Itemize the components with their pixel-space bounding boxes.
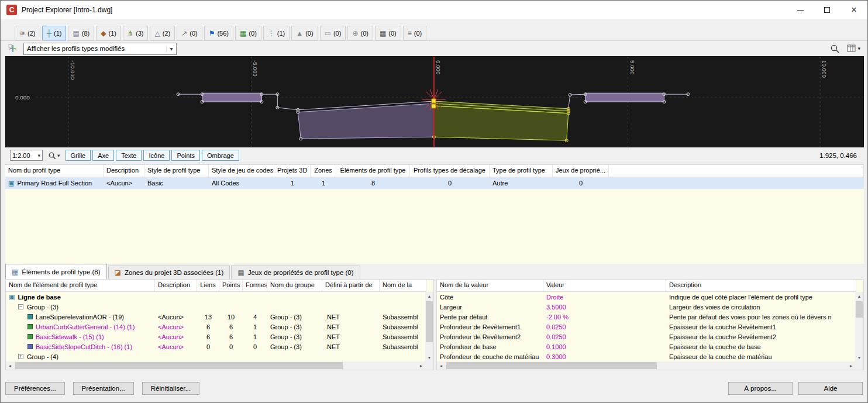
column-header[interactable]: Défini à partir de bbox=[322, 280, 380, 291]
scrollbar-thumb[interactable] bbox=[15, 362, 343, 369]
column-header[interactable]: Description bbox=[104, 165, 144, 177]
icon-toggle[interactable]: Icône bbox=[143, 150, 170, 161]
table-row[interactable]: ▣Primary Road Full Section<Aucun>BasicAl… bbox=[5, 177, 864, 189]
value: Droite bbox=[543, 292, 666, 302]
scrollbar-thumb[interactable] bbox=[856, 301, 863, 318]
close-button[interactable]: × bbox=[841, 1, 867, 19]
points-toggle[interactable]: Points bbox=[171, 150, 200, 161]
grid-toggle[interactable]: Grille bbox=[66, 150, 91, 161]
object-tab-sample-lines[interactable]: ⋮(1) bbox=[263, 26, 290, 40]
title-bar: C Project Explorer [Intro-1.dwg] × bbox=[1, 1, 867, 19]
column-header[interactable]: Nom de l'élément de profil type bbox=[6, 280, 155, 291]
column-header[interactable]: Éléments de profil type bbox=[336, 165, 410, 177]
horizontal-scrollbar[interactable]: ◄ ► bbox=[437, 361, 855, 370]
tab-elements[interactable]: ▦Éléments de profil type (8) bbox=[5, 264, 107, 279]
maximize-button[interactable] bbox=[814, 1, 841, 19]
column-header[interactable]: Formes bbox=[243, 280, 267, 291]
display-filter-dropdown[interactable]: Afficher les profils types modifiés ▾ bbox=[23, 43, 177, 55]
object-tab-tables[interactable]: ▦(0) bbox=[375, 26, 401, 40]
preferences-button[interactable]: Préférences... bbox=[5, 382, 65, 395]
object-tab-pressure-networks[interactable]: △(2) bbox=[150, 26, 175, 40]
view-toolbar: 1:2.00 ▾ ▾ GrilleAxeTexteIcônePointsOmbr… bbox=[5, 148, 864, 163]
table-row[interactable]: LaneSuperelevationAOR - (19)<Aucun>13104… bbox=[6, 312, 426, 322]
scroll-up-button[interactable]: ▲ bbox=[425, 292, 433, 300]
column-header[interactable]: Points bbox=[219, 280, 243, 291]
help-button[interactable]: Aide bbox=[798, 382, 863, 395]
column-header[interactable]: Nom de la bbox=[380, 280, 426, 291]
table-row[interactable]: +Group - (4) bbox=[6, 352, 426, 361]
left-side-geometry bbox=[178, 93, 434, 139]
object-tab-pipe-networks[interactable]: ⋔(3) bbox=[123, 26, 149, 40]
column-header[interactable]: Description bbox=[666, 280, 856, 291]
vertical-scrollbar[interactable]: ▲ ▼ bbox=[855, 292, 863, 361]
scroll-right-button[interactable]: ► bbox=[417, 361, 425, 370]
table-row[interactable]: Pente par défaut-2.00 %Pente par défaut … bbox=[437, 312, 856, 322]
object-tab-survey[interactable]: ⊕(0) bbox=[347, 26, 373, 40]
column-header[interactable]: Nom de la valeur bbox=[437, 280, 543, 291]
object-tab-intersections[interactable]: ◆(1) bbox=[96, 26, 121, 40]
column-header[interactable]: Valeur bbox=[543, 280, 666, 291]
table-row[interactable]: Profondeur de base0.1000Epaisseur de la … bbox=[437, 342, 856, 352]
column-header[interactable]: Jeux de proprié... bbox=[553, 165, 609, 177]
column-header[interactable]: Style de profil type bbox=[144, 165, 209, 177]
object-tab-corridors[interactable]: ▤(8) bbox=[68, 26, 94, 40]
scroll-down-button[interactable]: ▼ bbox=[855, 353, 863, 361]
scroll-down-button[interactable]: ▼ bbox=[425, 353, 433, 361]
section-viewport[interactable]: -10.000 -5.000 0.000 5.000 10.000 0.000 bbox=[5, 56, 864, 147]
table-row[interactable]: Profondeur de Revêtement20.0250Epaisseur… bbox=[437, 332, 856, 342]
column-header[interactable]: Nom du profil type bbox=[5, 165, 104, 177]
column-header[interactable]: Description bbox=[155, 280, 197, 291]
column-options-button[interactable]: ▾ bbox=[846, 43, 862, 54]
horizontal-scrollbar[interactable]: ◄ ► bbox=[6, 361, 425, 370]
reset-button[interactable]: Réinitialiser... bbox=[142, 382, 199, 395]
shading-toggle[interactable]: Ombrage bbox=[202, 150, 239, 161]
zoom-tool-button[interactable]: ▾ bbox=[44, 150, 64, 161]
about-button[interactable]: À propos... bbox=[728, 382, 793, 395]
scroll-right-button[interactable]: ► bbox=[847, 361, 855, 370]
table-row[interactable]: BasicSideSlopeCutDitch - (16) (1)<Aucun>… bbox=[6, 342, 426, 352]
value-name: Profondeur de Revêtement2 bbox=[437, 332, 543, 342]
profile-type-tool-button[interactable] bbox=[6, 42, 19, 55]
table-row[interactable]: Largeur3.5000Largeur des voies de circul… bbox=[437, 302, 856, 312]
tab-zones[interactable]: ◪Zones du projet 3D associées (1) bbox=[108, 266, 230, 279]
column-header[interactable]: Projets 3D bbox=[274, 165, 311, 177]
column-header[interactable]: Nom du groupe bbox=[267, 280, 322, 291]
column-header[interactable]: Style de jeu de codes bbox=[209, 165, 274, 177]
tree-expander-icon[interactable]: + bbox=[18, 354, 23, 359]
table-row[interactable]: Profondeur de Revêtement10.0250Epaisseur… bbox=[437, 322, 856, 332]
minimize-button[interactable] bbox=[787, 1, 814, 19]
object-tab-point-groups[interactable]: ▦(0) bbox=[235, 26, 261, 40]
presentation-button[interactable]: Présentation... bbox=[73, 382, 134, 395]
object-tab-alignments[interactable]: ≋(2) bbox=[15, 26, 40, 40]
tab-property-sets[interactable]: ▦Jeux de propriétés de profil type (0) bbox=[231, 266, 360, 279]
column-header[interactable]: Profils types de décalage bbox=[410, 165, 490, 177]
vertical-scrollbar[interactable]: ▲ ▼ bbox=[425, 292, 433, 361]
object-tab-points[interactable]: ⚑(56) bbox=[204, 26, 233, 40]
object-tab-property-sets[interactable]: ≡(0) bbox=[403, 26, 426, 40]
table-row[interactable]: ▣Ligne de base bbox=[6, 292, 426, 302]
tree-expander-icon[interactable]: − bbox=[18, 304, 23, 309]
axis-toggle[interactable]: Axe bbox=[92, 150, 114, 161]
scale-combo[interactable]: 1:2.00 ▾ bbox=[10, 150, 43, 161]
scroll-left-button[interactable]: ◄ bbox=[437, 361, 445, 370]
assemblies-icon: ┼ bbox=[47, 30, 52, 37]
text-toggle[interactable]: Texte bbox=[116, 150, 142, 161]
scrollbar-thumb[interactable] bbox=[426, 301, 433, 342]
table-row[interactable]: UrbanCurbGutterGeneral - (14) (1)<Aucun>… bbox=[6, 322, 426, 332]
table-row[interactable]: Profondeur de couche de matériau0.3000Ep… bbox=[437, 352, 856, 361]
search-button[interactable] bbox=[829, 43, 841, 55]
scroll-left-button[interactable]: ◄ bbox=[6, 361, 14, 370]
scrollbar-thumb[interactable] bbox=[446, 362, 657, 369]
object-tab-profiles[interactable]: ↗(0) bbox=[177, 26, 202, 40]
object-tab-parcels[interactable]: ▭(0) bbox=[320, 26, 346, 40]
column-options-icon bbox=[847, 44, 856, 53]
scroll-up-button[interactable]: ▲ bbox=[855, 292, 863, 300]
column-header[interactable]: Zones bbox=[311, 165, 336, 177]
object-tab-surfaces[interactable]: ▲(0) bbox=[291, 26, 318, 40]
table-row[interactable]: −Group - (3) bbox=[6, 302, 426, 312]
table-row[interactable]: BasicSidewalk - (15) (1)<Aucun>661Group … bbox=[6, 332, 426, 342]
column-header[interactable]: Liens bbox=[197, 280, 219, 291]
object-tab-assemblies[interactable]: ┼(1) bbox=[42, 26, 67, 40]
column-header[interactable]: Type de profil type bbox=[490, 165, 553, 177]
table-row[interactable]: CôtéDroiteIndique de quel côté placer l'… bbox=[437, 292, 856, 302]
